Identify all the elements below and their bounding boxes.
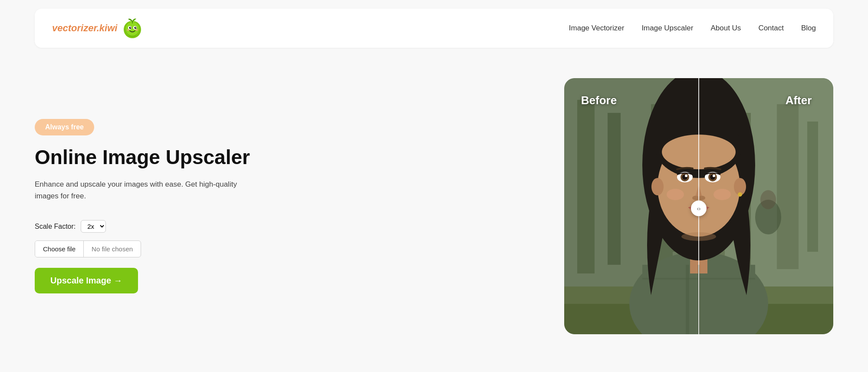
kiwi-mascot-icon: [121, 16, 144, 40]
svg-point-45: [698, 196, 705, 200]
file-input-row: Choose file No file chosen: [35, 240, 141, 257]
svg-point-1: [126, 22, 139, 36]
svg-rect-17: [577, 100, 595, 273]
svg-text:After: After: [786, 94, 812, 107]
svg-point-8: [127, 29, 129, 31]
svg-point-4: [129, 27, 132, 29]
page-title: Online Image Upscaler: [35, 146, 260, 169]
hero-description: Enhance and upscale your images with eas…: [35, 178, 260, 202]
svg-point-46: [667, 189, 684, 200]
logo-text: vectorizer.kiwi: [52, 23, 117, 34]
main-content: Always free Online Image Upscaler Enhanc…: [0, 56, 868, 352]
svg-point-47: [713, 189, 731, 200]
before-after-svg: ‹› Before After: [564, 78, 833, 334]
scale-factor-label: Scale Factor:: [35, 223, 76, 230]
svg-point-6: [130, 27, 131, 28]
nav-image-vectorizer[interactable]: Image Vectorizer: [569, 24, 625, 33]
svg-rect-29: [686, 265, 689, 334]
svg-point-42: [685, 174, 687, 177]
logo-area[interactable]: vectorizer.kiwi: [52, 16, 144, 40]
nav-about-us[interactable]: About Us: [710, 24, 741, 33]
nav-blog[interactable]: Blog: [801, 24, 816, 33]
scale-factor-select[interactable]: 2x 4x 8x: [81, 220, 106, 233]
svg-point-5: [135, 27, 137, 29]
svg-point-7: [135, 27, 136, 28]
svg-point-54: [760, 190, 776, 209]
svg-text:Before: Before: [581, 94, 617, 107]
nav-image-upscaler[interactable]: Image Upscaler: [641, 24, 693, 33]
svg-point-9: [135, 29, 138, 31]
svg-rect-24: [807, 122, 818, 252]
svg-text:‹›: ‹›: [697, 205, 701, 212]
image-simulation: ‹› Before After: [564, 78, 833, 334]
no-file-text: No file chosen: [84, 241, 141, 257]
scale-factor-row: Scale Factor: 2x 4x 8x: [35, 220, 260, 233]
nav-contact[interactable]: Contact: [758, 24, 784, 33]
svg-point-50: [738, 192, 742, 197]
main-nav: Image Vectorizer Image Upscaler About Us…: [569, 24, 816, 33]
choose-file-button[interactable]: Choose file: [35, 241, 84, 257]
svg-point-44: [692, 196, 699, 200]
always-free-badge: Always free: [35, 119, 94, 135]
svg-rect-23: [777, 104, 799, 269]
svg-point-48: [651, 178, 664, 195]
upscale-button[interactable]: Upscale Image →: [35, 268, 138, 293]
before-after-panel: ‹› Before After: [564, 78, 833, 334]
svg-rect-18: [608, 113, 621, 265]
left-panel: Always free Online Image Upscaler Enhanc…: [35, 119, 260, 293]
svg-point-43: [713, 174, 715, 177]
